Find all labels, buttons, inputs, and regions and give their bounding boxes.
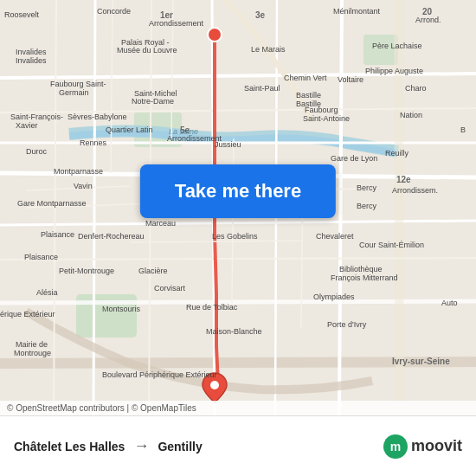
svg-line-9 (0, 301, 476, 303)
label-glaciere: Glacière (138, 267, 168, 275)
svg-line-14 (93, 0, 95, 415)
attribution-bar: © OpenStreetMap contributors | © OpenMap… (0, 401, 476, 415)
label-bastille1: Bastille (296, 91, 321, 100)
label-ext: Extérieur (186, 370, 217, 379)
label-gare-lyon: Gare de Lyon (331, 154, 377, 163)
svg-line-15 (398, 0, 400, 415)
label-bercy2: Bercy (357, 202, 376, 210)
moovit-logo: m moovit (383, 434, 462, 459)
take-me-there-button[interactable]: Take me there (140, 164, 336, 218)
svg-point-21 (210, 381, 219, 389)
label-arrond5: Arrondissement (167, 134, 222, 143)
label-biblio2: François Mitterrand (331, 273, 398, 282)
label-arrond12: Arrondissem. (392, 186, 438, 195)
label-montsouris: Montsouris (102, 305, 140, 313)
label-nation: Nation (400, 111, 422, 119)
label-menilmontant: Ménilmontant (333, 7, 380, 16)
route-from: Châtelet Les Halles (14, 440, 125, 453)
label-invalides2: Invalides (16, 56, 47, 65)
label-petit-montrouge: Petit-Montrouge (59, 267, 114, 275)
label-saint-paul: Saint-Paul (244, 84, 280, 93)
label-musee-louvre: Musée du Louvre (117, 46, 177, 55)
label-reuilly: Reuilly (385, 149, 408, 158)
label-duroc: Duroc (26, 147, 47, 156)
label-gare-montparnasse: Gare Montparnasse (17, 199, 87, 208)
label-bvd-periph: Boulevard Périphérique Extérieur (102, 370, 217, 379)
label-denfert: Denfert-Rochereau (78, 232, 145, 241)
label-bercy1: Bercy (357, 183, 376, 192)
label-sf-xavier1: Saint-François- (10, 113, 63, 121)
label-ivry: Ivry-sur-Seine (392, 357, 450, 366)
label-rennes: Rennes (80, 138, 106, 147)
label-biblio1: Bibliothèque (339, 265, 383, 273)
label-invalides1: Invalides (16, 48, 47, 56)
label-pere-lachaise: Père Lachaise (372, 42, 422, 50)
label-marceau: Marceau (145, 219, 176, 228)
label-chemin-vert: Chemin Vert (284, 74, 327, 82)
label-notre-dame: Notre-Dame (132, 97, 174, 106)
label-b: B (460, 125, 466, 134)
bottom-bar: Châtelet Les Halles → Gentilly m moovit (0, 415, 476, 476)
label-vavin: Vavin (74, 182, 93, 190)
label-erique-ext: érique Extérieur (0, 310, 55, 318)
label-12e: 12e (396, 175, 411, 184)
label-sf-xavier2: Xavier (16, 121, 38, 130)
moovit-logo-mark: m (383, 434, 408, 459)
map-container: La seine (0, 0, 476, 415)
label-fbg-ant: Faubourg (305, 106, 338, 114)
label-quartier-latin: Quartier Latin (106, 125, 153, 134)
label-germain: Germain (59, 88, 89, 97)
label-charo: Charo (405, 84, 427, 93)
route-arrow: → (133, 437, 149, 455)
label-chevaleret: Chevaleret (316, 232, 354, 241)
label-jussieu: Jussieu (215, 140, 241, 149)
label-rue-tolbiac: Rue de Tolbiac (186, 303, 237, 312)
label-mairie: Mairie de (16, 340, 48, 349)
moovit-brand-name: moovit (411, 437, 462, 455)
label-auto: Auto (441, 299, 458, 307)
label-maison-blanche: Maison-Blanche (206, 327, 262, 336)
route-info: Châtelet Les Halles → Gentilly (14, 437, 383, 455)
label-roosevelt: Roosevelt (4, 10, 39, 19)
label-sevres: Sèvres-Babylone (68, 113, 127, 121)
label-voltaire: Voltaire (338, 75, 363, 84)
label-philippe: Philippe Auguste (365, 67, 423, 75)
label-olympiades: Olympiades (313, 293, 355, 301)
label-porte-ivry: Porte d'Ivry (327, 320, 366, 329)
label-saint-ant: Saint-Antoine (303, 114, 350, 123)
route-to: Gentilly (158, 440, 202, 453)
label-arrond20: Arrond. (415, 16, 441, 24)
svg-point-20 (208, 28, 222, 42)
label-le-marais: Le Marais (251, 45, 286, 54)
label-arrond1: Arrondissement (149, 19, 203, 28)
label-alesia: Alésia (36, 288, 58, 297)
label-corvisart: Corvisart (154, 284, 185, 293)
label-montparnasse: Montparnasse (54, 167, 103, 176)
label-montrouge: Montrouge (14, 349, 51, 357)
label-gobelins: Les Gobelins (212, 232, 258, 241)
label-plaisance2: Plaisance (24, 253, 58, 261)
attribution-text: © OpenStreetMap contributors | © OpenMap… (7, 403, 196, 413)
label-concorde: Concorde (97, 7, 131, 16)
label-plaisance1: Plaisance (41, 230, 74, 239)
label-3e: 3e (255, 10, 265, 20)
label-cour-saint: Cour Saint-Émilion (359, 241, 424, 249)
label-fbg-saint: Faubourg Saint- (50, 80, 106, 88)
